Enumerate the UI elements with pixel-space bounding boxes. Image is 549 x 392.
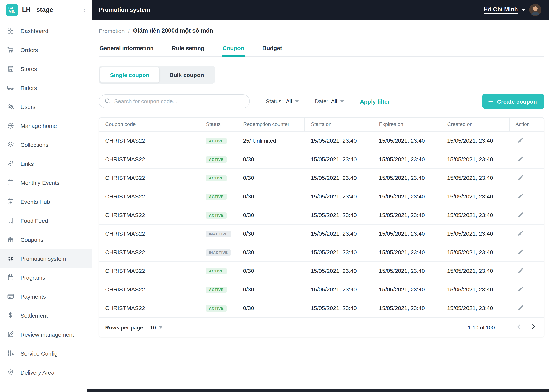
sidebar-item-dashboard[interactable]: Dashboard (0, 21, 92, 40)
sidebar-item-collections[interactable]: Collections (0, 135, 92, 154)
payments-icon (7, 293, 14, 300)
table-footer: Rows per page: 10 1-10 of 100 (99, 317, 544, 337)
coupon-code-cell: CHRISTMAS22 (99, 150, 200, 168)
status-cell: ACTIVE (200, 150, 237, 168)
edit-coupon-button[interactable] (515, 154, 526, 165)
status-cell: INACTIVE (200, 243, 237, 261)
toggle-single-coupon[interactable]: Single coupon (100, 67, 160, 83)
sidebar-item-links[interactable]: Links (0, 154, 92, 173)
sidebar-item-service-config[interactable]: Service Config (0, 344, 92, 363)
sidebar-item-events-hub[interactable]: Events Hub (0, 192, 92, 211)
rows-per-page-value: 10 (150, 324, 156, 330)
breadcrumb-current: Giảm đến 2000đ một số món (133, 27, 213, 34)
edit-coupon-button[interactable] (515, 135, 526, 146)
status-filter[interactable]: Status: All (266, 98, 299, 104)
status-badge: ACTIVE (206, 175, 227, 181)
edit-coupon-button[interactable] (515, 266, 526, 276)
sidebar-item-label: Payments (21, 293, 46, 300)
breadcrumb-parent[interactable]: Promotion (99, 28, 125, 34)
sidebar-item-orders[interactable]: Orders (0, 40, 92, 59)
sidebar-item-payments[interactable]: Payments (0, 287, 92, 306)
search-box (99, 94, 250, 108)
sidebar-item-stores[interactable]: Stores (0, 59, 92, 78)
tab-rule-setting[interactable]: Rule setting (171, 40, 205, 56)
created-on-cell: 15/05/2021, 23:40 (441, 224, 509, 243)
chevron-down-icon (295, 100, 299, 102)
action-cell (509, 224, 544, 243)
table-row: CHRISTMAS22ACTIVE0/3015/05/2021, 23:4015… (99, 168, 544, 187)
sidebar-item-delivery-area[interactable]: Delivery Area (0, 363, 92, 382)
action-cell (509, 243, 544, 261)
window-bottom-edge (87, 389, 549, 392)
created-on-cell: 15/05/2021, 23:40 (441, 131, 509, 150)
edit-coupon-button[interactable] (515, 228, 526, 239)
created-on-cell: 15/05/2021, 23:40 (441, 261, 509, 280)
redemption-counter-cell: 0/30 (237, 261, 305, 280)
edit-coupon-button[interactable] (515, 303, 526, 314)
create-coupon-button[interactable]: Create coupon (482, 94, 544, 109)
chevron-down-icon (159, 326, 163, 329)
edit-coupon-button[interactable] (515, 210, 526, 220)
previous-page-button[interactable] (514, 322, 524, 332)
starts-on-cell: 15/05/2021, 23:40 (305, 187, 373, 206)
starts-on-cell: 15/05/2021, 23:40 (305, 168, 373, 187)
redemption-counter-cell: 0/30 (237, 280, 305, 299)
sidebar-collapse-button[interactable]: ‹ (82, 6, 87, 14)
programs-icon (7, 273, 14, 281)
rows-per-page-select[interactable]: 10 (150, 324, 163, 330)
tab-budget[interactable]: Budget (262, 40, 283, 56)
redemption-counter-cell: 0/30 (237, 206, 305, 224)
date-filter[interactable]: Date: All (315, 98, 344, 104)
sidebar-item-settlement[interactable]: Settlement (0, 306, 92, 325)
edit-coupon-button[interactable] (515, 284, 526, 295)
sidebar-item-promotion-system[interactable]: Promotion system (0, 249, 92, 268)
dashboard-icon (7, 27, 14, 35)
pencil-icon (518, 248, 524, 255)
review-management-icon (7, 330, 14, 338)
sidebar-item-monthly-events[interactable]: Monthly Events (0, 173, 92, 192)
starts-on-cell: 15/05/2021, 23:40 (305, 261, 373, 280)
column-header-created-on: Created on (441, 118, 509, 131)
status-cell: ACTIVE (200, 206, 237, 224)
sidebar-item-programs[interactable]: Programs (0, 268, 92, 287)
redemption-counter-cell: 0/30 (237, 150, 305, 168)
table-row: CHRISTMAS22ACTIVE0/3015/05/2021, 23:4015… (99, 187, 544, 206)
sidebar-item-label: Users (21, 103, 35, 110)
next-page-button[interactable] (529, 322, 538, 332)
created-on-cell: 15/05/2021, 23:40 (441, 299, 509, 317)
sidebar-item-manage-home[interactable]: Manage home (0, 116, 92, 135)
edit-coupon-button[interactable] (515, 191, 526, 202)
status-badge: ACTIVE (206, 212, 227, 219)
sidebar-item-coupons[interactable]: Coupons (0, 230, 92, 249)
search-icon (104, 98, 111, 105)
created-on-cell: 15/05/2021, 23:40 (441, 280, 509, 299)
tab-general-information[interactable]: General information (99, 40, 154, 56)
coupon-type-toggle: Single couponBulk coupon (99, 66, 215, 84)
sidebar-item-food-feed[interactable]: Food Feed (0, 211, 92, 230)
tab-label: Rule setting (172, 45, 204, 51)
sidebar-item-riders[interactable]: Riders (0, 78, 92, 97)
date-filter-value: All (331, 98, 337, 104)
sidebar-item-review-management[interactable]: Review management (0, 325, 92, 344)
city-selector[interactable]: Hồ Chí Minh (484, 6, 518, 14)
riders-icon (7, 84, 14, 91)
events-hub-icon (7, 198, 14, 205)
avatar[interactable] (529, 4, 542, 16)
edit-coupon-button[interactable] (515, 247, 526, 258)
created-on-cell: 15/05/2021, 23:40 (441, 243, 509, 261)
search-input[interactable] (99, 94, 250, 108)
column-header-coupon-code: Coupon code (99, 118, 200, 131)
expires-on-cell: 15/05/2021, 23:40 (373, 168, 441, 187)
edit-coupon-button[interactable] (515, 173, 526, 183)
expires-on-cell: 15/05/2021, 23:40 (373, 280, 441, 299)
toggle-bulk-coupon[interactable]: Bulk coupon (160, 67, 214, 83)
sidebar-item-users[interactable]: Users (0, 97, 92, 116)
starts-on-cell: 15/05/2021, 23:40 (305, 224, 373, 243)
settlement-icon (7, 312, 14, 319)
status-badge: ACTIVE (206, 156, 227, 163)
sidebar-item-label: Food Feed (21, 217, 48, 224)
apply-filter-button[interactable]: Apply filter (360, 98, 390, 105)
starts-on-cell: 15/05/2021, 23:40 (305, 150, 373, 168)
tab-coupon[interactable]: Coupon (222, 40, 245, 56)
links-icon (7, 160, 14, 167)
